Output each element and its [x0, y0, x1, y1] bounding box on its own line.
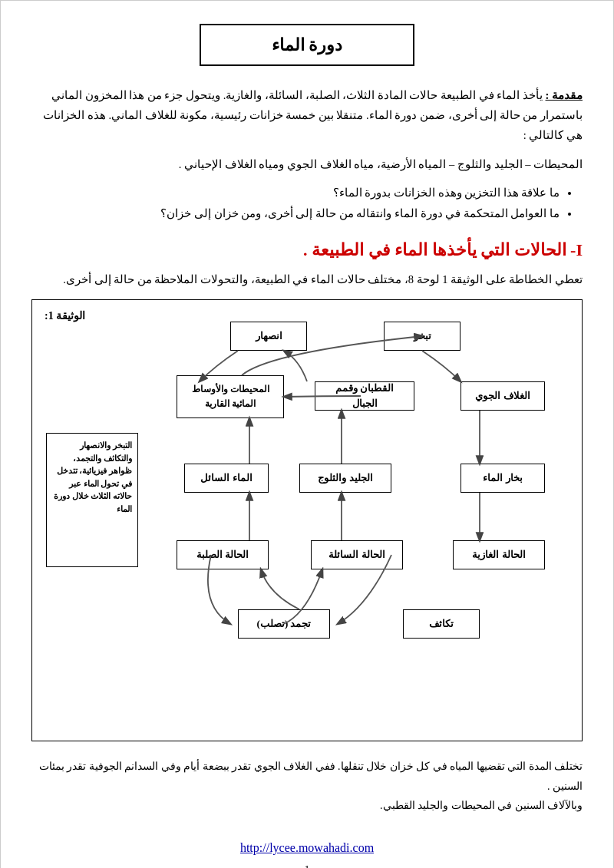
node-ma-sail: الماء السائل — [184, 464, 269, 493]
website-link[interactable]: http://lycee.mowahadi.com — [31, 838, 583, 858]
intro-paragraph: مقدمة : يأخذ الماء في الطبيعة حالات الما… — [31, 85, 583, 145]
node-ghilaf: الغلاف الجوي — [460, 381, 545, 411]
footer-text: تختلف المدة التي تقضيها المياه في كل خزا… — [31, 757, 583, 815]
diagram: تبخر انصهار الغلاف الجوي القطبان وقمم ال… — [46, 314, 568, 728]
node-inhidar: انصهار — [230, 322, 307, 351]
node-tabakhkhor: تبخر — [384, 322, 460, 351]
node-sidenote: التبخر والانصهار والتكاثف والتجمد، ظواهر… — [46, 433, 138, 567]
node-jalid: الجليد والثلوج — [299, 464, 391, 493]
question-1: ما علاقة هذا التخزين وهذه الخزانات بدورة… — [31, 184, 560, 202]
footer-text1: تختلف المدة التي تقضيها المياه في كل خزا… — [39, 761, 583, 791]
node-hala-ghaziya: الحالة الغازية — [453, 540, 545, 569]
page-number: 1 — [1, 862, 613, 868]
node-takathuf: تكاثف — [403, 609, 480, 639]
questions-list: ما علاقة هذا التخزين وهذه الخزانات بدورة… — [31, 184, 560, 223]
question-2: ما العوامل المتحكمة في دورة الماء وانتقا… — [31, 205, 560, 223]
node-hala-salba: الحالة الصلبة — [177, 540, 269, 569]
intro-text1: يأخذ الماء في الطبيعة حالات المادة الثلا… — [43, 89, 583, 141]
node-muhitat: المحيطات والأوساط المائية القارية — [177, 375, 284, 418]
node-tajamud: تجمد (تصلب) — [238, 609, 330, 639]
section1-heading: I- الحالات التي يأخذها الماء في الطبيعة … — [31, 236, 583, 263]
footer-text2: وبالآلاف السنين في المحيطات والجليد القط… — [380, 800, 583, 811]
intro-text2: المحيطات – الجليد والثلوج – المياه الأرض… — [31, 154, 583, 174]
node-qutban: القطبان وقمم الجبال — [315, 381, 414, 411]
diagram-container: الوثيقة 1: تبخر انصهار الغلاف الجوي القط… — [31, 299, 583, 741]
page: دورة الماء مقدمة : يأخذ الماء في الطبيعة… — [0, 0, 614, 868]
node-hala-saila: الحالة السائلة — [311, 540, 403, 569]
intro-label: مقدمة : — [546, 89, 583, 101]
side-note-text: التبخر والانصهار والتكاثف والتجمد، ظواهر… — [52, 439, 132, 515]
node-bukhar: بخار الماء — [460, 464, 545, 493]
section1-desc: تعطي الخطاطة على الوثيقة 1 لوحة 8، مختلف… — [31, 271, 583, 289]
page-title: دورة الماء — [200, 24, 414, 66]
